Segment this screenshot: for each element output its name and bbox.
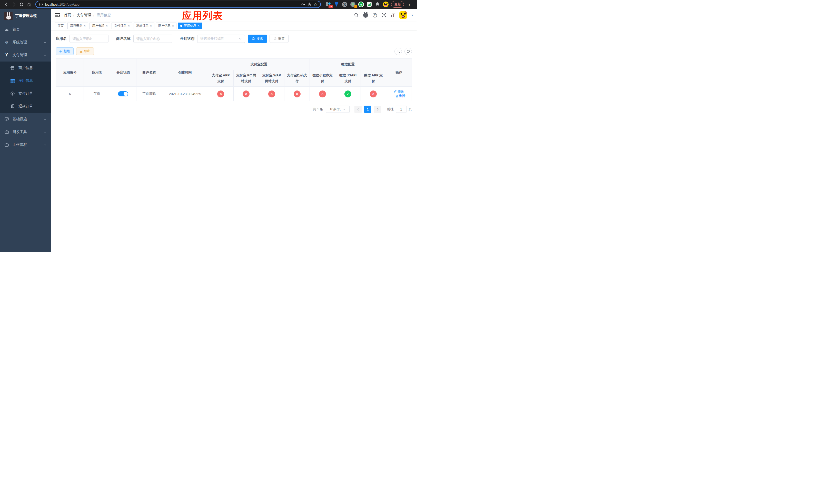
search-button[interactable]: 搜索	[248, 35, 267, 43]
sidebar-item-home[interactable]: 首页	[0, 23, 51, 36]
browser-back-icon[interactable]	[3, 1, 10, 8]
screen: localhost:1024/pay/app ☆ 10 ⌘ 1 y	[0, 0, 417, 252]
sidebar-item-infra[interactable]: 基础设施	[0, 113, 51, 125]
next-page-button[interactable]	[374, 106, 381, 113]
close-icon[interactable]: ×	[106, 24, 108, 27]
document-icon	[10, 104, 15, 109]
bookmark-star-icon[interactable]: ☆	[314, 2, 317, 7]
refresh-button[interactable]	[404, 48, 412, 55]
col-alipay-wap: 支付宝 WAP 网站支付	[259, 70, 284, 87]
extensions-puzzle-icon[interactable]	[375, 2, 380, 7]
sidebar-item-workflow[interactable]: 工作流程	[0, 138, 51, 151]
avatar-caret-icon[interactable]: ▾	[411, 14, 413, 17]
goto-unit: 页	[409, 107, 412, 112]
reset-button[interactable]: 重置	[269, 35, 288, 43]
close-icon[interactable]: ×	[172, 24, 174, 27]
sidebar-item-app-info[interactable]: 应用信息	[0, 74, 51, 87]
camera-extension-icon[interactable]: 1	[350, 2, 356, 7]
table-row: 6 芋道 芋道源码 2021-10-23 08:49:25 ✕ ✕ ✕ ✕ ✕ …	[56, 87, 412, 101]
y-extension-icon[interactable]: y	[358, 2, 364, 7]
export-button[interactable]: 导出	[76, 47, 94, 55]
url-bar[interactable]: localhost:1024/pay/app ☆	[36, 1, 321, 8]
kite-extension-icon[interactable]	[334, 2, 339, 7]
goto-page: 前往 页	[387, 106, 412, 113]
monitor-icon	[4, 117, 9, 121]
browser-toolbar: localhost:1024/pay/app ☆ 10 ⌘ 1 y	[0, 0, 417, 9]
sidebar-item-pay-orders[interactable]: 支付订单	[0, 87, 51, 100]
merchant-name-input[interactable]	[133, 35, 172, 43]
chevron-down-icon	[44, 118, 46, 121]
emoji-extension-icon[interactable]	[383, 2, 389, 7]
search-icon[interactable]	[354, 13, 359, 18]
breadcrumb-payment[interactable]: 支付管理	[77, 13, 91, 18]
gear-icon: ⚙	[4, 40, 9, 45]
goto-page-input[interactable]	[396, 106, 407, 113]
browser-menu-icon[interactable]: ⋮	[407, 2, 412, 7]
page-size-select[interactable]: 10条/页	[326, 106, 350, 113]
chevron-down-icon	[44, 131, 46, 134]
sidebar-item-system[interactable]: ⚙ 系统管理	[0, 36, 51, 49]
collapse-sidebar-icon[interactable]	[55, 13, 60, 18]
col-app-name: 应用名	[84, 59, 110, 87]
total-count: 共 1 条	[313, 107, 323, 112]
edit-link[interactable]: 修改	[394, 90, 404, 94]
tiles-extension-badge: 10	[329, 5, 333, 8]
browser-home-icon[interactable]	[26, 1, 33, 8]
browser-update-button[interactable]: 更新	[391, 1, 404, 8]
chevron-down-icon	[44, 41, 46, 44]
sidebar-item-payment[interactable]: ¥ 支付管理	[0, 49, 51, 62]
close-icon[interactable]: ×	[128, 24, 130, 27]
cell-wechat-mini: ✕	[310, 87, 335, 101]
command-extension-icon[interactable]: ⌘	[342, 2, 348, 7]
prev-page-button[interactable]	[354, 106, 361, 113]
close-icon[interactable]: ×	[150, 24, 152, 27]
delete-link[interactable]: 删除	[395, 94, 405, 98]
briefcase-icon	[4, 130, 9, 134]
tiles-extension-icon[interactable]: 10	[326, 2, 331, 7]
col-status: 开启状态	[110, 59, 136, 87]
password-key-icon[interactable]	[301, 2, 305, 6]
fullscreen-icon[interactable]	[381, 13, 386, 18]
cell-created: 2021-10-23 08:49:25	[162, 87, 208, 101]
sidebar-item-refund-orders[interactable]: 退款订单	[0, 100, 51, 113]
tab-home[interactable]: 首页	[55, 23, 66, 29]
grammar-extension-icon[interactable]	[367, 2, 372, 7]
status-toggle[interactable]	[118, 91, 128, 96]
active-dot	[180, 25, 182, 27]
grid-icon	[10, 79, 15, 83]
breadcrumb: 首页 / 支付管理 / 应用信息	[64, 13, 111, 18]
site-info-icon[interactable]	[39, 3, 43, 6]
breadcrumb-home[interactable]: 首页	[64, 13, 71, 18]
add-button[interactable]: 新增	[56, 47, 73, 55]
page-content: 应用名 商户名称 开启状态 请选择开启状态 搜索	[51, 30, 417, 117]
tab-merchant-info[interactable]: 商户信息×	[156, 23, 176, 29]
tab-user-group[interactable]: 用户分组×	[89, 23, 110, 29]
navbar-right: ? TT ▾	[354, 11, 413, 19]
goto-label: 前往	[387, 107, 394, 112]
sidebar-item-merchant-info[interactable]: 商户信息	[0, 62, 51, 74]
status-cross-icon: ✕	[319, 91, 326, 97]
tab-process-form[interactable]: 流程表单×	[67, 23, 88, 29]
close-icon[interactable]: ×	[198, 24, 199, 27]
tab-app-info[interactable]: 应用信息×	[178, 23, 202, 29]
browser-forward-icon[interactable]	[10, 1, 18, 8]
tab-refund-orders[interactable]: 退款订单×	[134, 23, 154, 29]
close-icon[interactable]: ×	[84, 24, 86, 27]
font-size-icon[interactable]: TT	[391, 13, 395, 18]
app-name-input[interactable]	[69, 35, 109, 43]
cell-alipay-wap: ✕	[259, 87, 284, 101]
sidebar-item-devtools[interactable]: 研发工具	[0, 125, 51, 138]
github-icon[interactable]	[363, 13, 368, 18]
share-icon[interactable]	[307, 2, 311, 6]
toggle-search-button[interactable]	[394, 48, 402, 55]
browser-reload-icon[interactable]	[18, 1, 25, 8]
tab-pay-orders[interactable]: 支付订单×	[112, 23, 132, 29]
url-text[interactable]: localhost:1024/pay/app	[45, 3, 80, 6]
page-number-1[interactable]: 1	[364, 106, 371, 113]
user-avatar[interactable]	[399, 11, 407, 19]
status-select[interactable]: 请选择开启状态	[197, 35, 245, 43]
help-icon[interactable]: ?	[372, 13, 377, 18]
yen-icon: ¥	[4, 52, 9, 58]
cell-alipay-pc: ✕	[233, 87, 259, 101]
app-table: 应用编号 应用名 开启状态 商户名称 创建时间 支付宝配置 微信配置 操作 支付…	[56, 59, 412, 101]
